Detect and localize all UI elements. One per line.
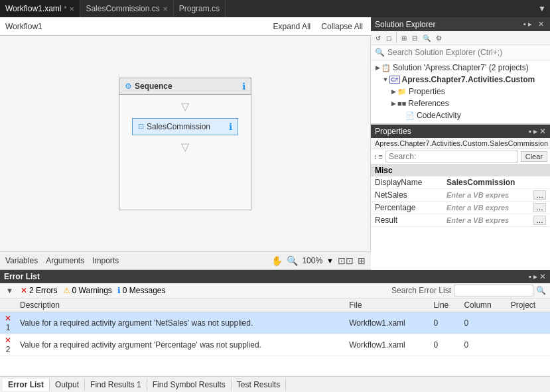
tree-arrow-0[interactable]: ▶ <box>374 64 381 71</box>
prop-value-result: Enter a VB expres … <box>443 214 550 227</box>
message-icon: ℹ <box>117 286 121 295</box>
drop-arrow-1: ▽ <box>181 100 189 113</box>
tab-program[interactable]: Program.cs <box>174 0 226 17</box>
error-badge-warnings[interactable]: ⚠ 0 Warnings <box>63 286 112 295</box>
error-row-2[interactable]: ✕ 2 Value for a required activity argume… <box>0 334 550 356</box>
error-badge-errors[interactable]: ✕ 2 Errors <box>21 286 58 295</box>
error-search-input[interactable] <box>454 285 533 296</box>
prop-clear-btn[interactable]: Clear <box>521 151 547 162</box>
tree-arrow-2[interactable]: ▶ <box>389 88 397 95</box>
error-filter-btn[interactable]: ▼ <box>4 286 15 295</box>
prop-close-btn[interactable]: ✕ <box>539 127 546 136</box>
btab-output[interactable]: Output <box>50 379 85 391</box>
prop-table: Misc DisplayName SalesCommission NetSale… <box>371 164 550 227</box>
imports-link[interactable]: Imports <box>92 256 119 265</box>
sequence-box[interactable]: ⚙ Sequence ℹ ▽ ⊡ SalesCommission ℹ ▽ <box>119 78 251 210</box>
se-close-btn[interactable]: ✕ <box>536 19 546 29</box>
error-close-btn[interactable]: ✕ <box>539 272 546 281</box>
prop-netsales-placeholder: Enter a VB expres <box>447 191 532 199</box>
btab-findsymbol[interactable]: Find Symbol Results <box>147 379 232 391</box>
se-showall-btn[interactable]: ⊞ <box>399 34 409 42</box>
tree-item-firstcode[interactable]: C# FirstCodeActivity.cs <box>371 121 550 123</box>
prop-result-placeholder: Enter a VB expres <box>447 216 532 224</box>
se-pin-btn[interactable]: ▪ ▸ <box>521 19 534 29</box>
tab-salescommission-label: SalesCommission.cs <box>86 4 159 13</box>
tree-arrow-1[interactable]: ▼ <box>381 76 389 83</box>
variables-link[interactable]: Variables <box>5 256 38 265</box>
prop-percentage-dots-btn[interactable]: … <box>533 203 546 212</box>
prop-sort-icon: ↕ <box>374 153 378 161</box>
errors-count: 2 Errors <box>29 286 58 295</box>
tree-item-solution[interactable]: ▶ 📋 Solution 'Apress.Chapter7' (2 projec… <box>371 62 550 74</box>
prop-row-percentage: Percentage Enter a VB expres … <box>371 202 550 214</box>
prop-title: Properties <box>375 127 525 136</box>
prop-search-input[interactable] <box>385 151 518 163</box>
tree-item-activities[interactable]: ▼ C# Apress.Chapter7.Activities.Custom <box>371 74 550 86</box>
bottom-bar: Variables Arguments Imports ✋ 🔍 100% ▼ ⊡… <box>0 251 371 270</box>
se-search-input[interactable] <box>385 47 546 58</box>
sequence-title: Sequence <box>135 82 172 91</box>
grid-btn[interactable]: ⊞ <box>358 255 366 266</box>
prop-subtitle: Apress.Chapter7.Activities.Custom.SalesC… <box>371 138 550 149</box>
prop-row-result: Result Enter a VB expres … <box>371 214 550 227</box>
error-icon-2: ✕ <box>5 336 11 345</box>
tab-overflow-btn[interactable]: ▼ <box>534 4 550 13</box>
title-bar: Workflow1 Expand All Collapse All <box>0 17 371 36</box>
tree-item-refs1[interactable]: ▶ ■■ References <box>371 98 550 109</box>
arguments-link[interactable]: Arguments <box>46 256 84 265</box>
error-table: Description File Line Column Project ✕ 1… <box>0 298 550 356</box>
tab-salescommission-close[interactable]: ✕ <box>163 5 168 13</box>
error-list-title: Error List <box>4 272 525 281</box>
right-panels: Solution Explorer ▪ ▸ ✕ ↺ ◻ ⊞ ⊟ 🔍 ⚙ 🔍 <box>371 17 550 270</box>
properties-panel: Properties ▪ ▸ ✕ Apress.Chapter7.Activit… <box>371 124 550 270</box>
btab-errorlist[interactable]: Error List <box>3 379 50 391</box>
tab-bar: Workflow1.xaml * ✕ SalesCommission.cs ✕ … <box>0 0 550 17</box>
error-desc-1: Value for a required activity argument '… <box>16 312 345 334</box>
error-toolbar: ▼ ✕ 2 Errors ⚠ 0 Warnings ℹ 0 Messages S… <box>0 283 550 298</box>
tree-icon-0: 📋 <box>381 64 391 72</box>
prop-value-netsales: Enter a VB expres … <box>443 189 550 202</box>
btab-findresults1[interactable]: Find Results 1 <box>85 379 147 391</box>
tree-label-5: FirstCodeActivity.cs <box>418 123 487 123</box>
error-row-1[interactable]: ✕ 1 Value for a required activity argume… <box>0 312 550 334</box>
col-file: File <box>345 298 429 312</box>
expand-all-btn[interactable]: Expand All <box>271 21 314 33</box>
tab-workflow1[interactable]: Workflow1.xaml * ✕ <box>0 0 80 17</box>
tree-arrow-3[interactable]: ▶ <box>389 100 397 107</box>
prop-header: Properties ▪ ▸ ✕ <box>371 125 550 138</box>
error-file-1: Workflow1.xaml <box>345 312 429 334</box>
zoom-dropdown[interactable]: ▼ <box>326 257 334 265</box>
tree-item-codeactivity[interactable]: 📄 CodeActivity <box>371 109 550 121</box>
error-line-1: 0 <box>430 312 460 334</box>
se-refresh-btn[interactable]: ↺ <box>374 34 383 42</box>
search-icon[interactable]: 🔍 <box>287 255 298 266</box>
btab-testresults[interactable]: Test Results <box>232 379 286 391</box>
col-col: Column <box>460 298 506 312</box>
activity-info-icon: ℹ <box>229 121 232 132</box>
prop-pin-btn[interactable]: ▪ ▸ <box>528 127 537 136</box>
fit-btn[interactable]: ⊡⊡ <box>338 255 354 266</box>
error-badge-messages[interactable]: ℹ 0 Messages <box>117 286 166 295</box>
prop-netsales-dots-btn[interactable]: … <box>533 190 546 200</box>
hand-tool-icon[interactable]: ✋ <box>271 255 283 266</box>
error-line-2: 0 <box>430 334 460 356</box>
prop-result-dots-btn[interactable]: … <box>533 216 546 225</box>
se-title: Solution Explorer <box>375 20 519 29</box>
solution-explorer: Solution Explorer ▪ ▸ ✕ ↺ ◻ ⊞ ⊟ 🔍 ⚙ 🔍 <box>371 17 550 124</box>
collapse-all-btn[interactable]: Collapse All <box>318 21 366 33</box>
activity-box[interactable]: ⊡ SalesCommission ℹ <box>132 118 238 135</box>
error-desc-2: Value for a required activity argument '… <box>16 334 345 356</box>
se-search-btn[interactable]: 🔍 <box>421 34 433 42</box>
tab-salescommission[interactable]: SalesCommission.cs ✕ <box>80 0 173 17</box>
tab-workflow1-close[interactable]: ✕ <box>69 5 74 13</box>
se-header-btns: ▪ ▸ ✕ <box>521 19 546 29</box>
error-pin-btn[interactable]: ▪ ▸ <box>528 272 537 281</box>
prop-value-percentage: Enter a VB expres … <box>443 202 550 214</box>
se-settings-btn[interactable]: ⚙ <box>434 34 444 42</box>
sequence-icon: ⚙ <box>125 82 132 91</box>
se-properties-btn[interactable]: ◻ <box>384 34 393 42</box>
se-collapse-btn[interactable]: ⊟ <box>410 34 419 42</box>
tree-item-props1[interactable]: ▶ 📁 Properties <box>371 86 550 98</box>
error-icon: ✕ <box>21 286 27 295</box>
activity-icon: ⊡ <box>138 122 144 131</box>
